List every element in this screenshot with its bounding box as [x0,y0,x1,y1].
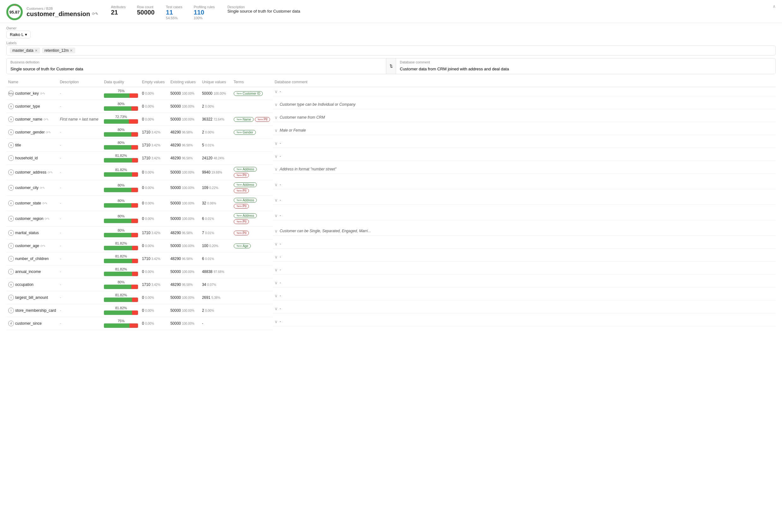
row-expand-button[interactable]: ∨ [275,128,278,133]
field-name-text[interactable]: customer_state [15,201,41,205]
swap-icon[interactable]: ⇅ [386,59,396,74]
unique-pct: 0.00% [205,309,214,312]
labels-container[interactable]: master_data ✕ retention_12m ✕ [6,45,776,55]
terms-cell: TermAddressTermPII [234,166,271,178]
field-name-text[interactable]: annual_income [15,269,41,274]
cell-description: - [58,165,102,180]
row-expand-button[interactable]: ∨ [275,319,278,324]
cell-description: - [58,180,102,196]
cell-db-comment: ∨- [273,196,776,205]
row-expand-button[interactable]: ∨ [275,197,278,202]
cell-description: - [58,265,102,278]
term-badge[interactable]: TermAge [234,243,251,248]
quality-bar [104,246,138,250]
quality-percent: 81.82% [104,168,138,172]
field-name-text[interactable]: number_of_children [15,257,49,261]
row-expand-button[interactable]: ∨ [275,306,278,311]
empty-count: 1710 [142,231,150,235]
cell-unique-values: 36322 72.64% [200,113,232,126]
type-icon: v [8,185,14,191]
term-badge[interactable]: TermAddress [234,182,256,187]
term-badge[interactable]: TermPII [234,204,249,208]
term-badge[interactable]: TermPII [255,117,270,122]
sync-icon[interactable]: ⟳✎ [92,12,98,16]
row-expand-button[interactable]: ∨ [275,154,278,159]
field-name-text[interactable]: customer_type [15,104,40,109]
db-comment-input[interactable] [396,65,775,74]
cell-description: - [58,278,102,291]
field-name-text[interactable]: customer_gender [15,130,44,135]
label-remove-retention[interactable]: ✕ [70,49,73,53]
row-expand-button[interactable]: ∨ [275,89,278,94]
table-row: v customer_type - 80% 0 0.00%50000 100.0… [6,100,776,113]
owner-dropdown[interactable]: Raiko L ▾ [6,31,31,38]
term-badge[interactable]: TermPII [234,173,249,178]
quality-green-bar [104,145,131,150]
term-badge[interactable]: TermGender [234,130,255,135]
cell-quality: 80% [102,278,140,291]
field-name-text[interactable]: customer_address [15,170,46,175]
field-name-text[interactable]: customer_since [15,321,42,326]
table-row: v customer_city ⟳✎ - 80% 0 0.00%50000 10… [6,180,776,196]
cell-quality: 80% [102,196,140,211]
quality-bar [104,158,138,162]
field-name-text[interactable]: household_id [15,156,38,160]
existing-count: 50000 [170,321,181,326]
row-expand-button[interactable]: ∨ [275,241,278,246]
quality-red-bar [129,119,138,124]
term-badge[interactable]: TermAddress [234,198,256,202]
field-name-text[interactable]: customer_city [15,186,39,190]
term-badge[interactable]: TermPII [234,231,249,235]
row-expand-button[interactable]: ∨ [275,102,278,107]
label-remove-master-data[interactable]: ✕ [35,49,38,53]
term-badge[interactable]: TermAddress [234,167,256,172]
profiling-link[interactable]: 110 [193,9,215,16]
db-comment-text: Male or Female [280,128,306,132]
row-expand-button[interactable]: ∨ [275,115,278,120]
row-expand-button[interactable]: ∨ [275,267,278,272]
unique-count: - [202,321,203,326]
sub-header: Owner Raiko L ▾ Labels master_data ✕ ret… [0,23,782,77]
row-expand-button[interactable]: ∨ [275,254,278,259]
field-name-text[interactable]: customer_region [15,217,43,221]
field-name-text[interactable]: customer_name [15,117,42,121]
quality-red-bar [132,272,138,276]
row-expand-button[interactable]: ∨ [275,166,278,172]
row-expand-button[interactable]: ∨ [275,228,278,233]
db-comment-text: - [280,306,281,311]
term-badge[interactable]: TermPII [234,188,249,193]
field-name-text[interactable]: customer_key [15,91,39,96]
field-name-text[interactable]: title [15,143,21,147]
quality-green-bar [104,219,131,223]
row-expand-button[interactable]: ∨ [275,293,278,298]
cell-db-comment: ∨- [273,139,776,148]
row-expand-button[interactable]: ∨ [275,280,278,285]
quality-green-bar [104,93,130,98]
table-row: i store_membership_card - 81.82% 0 0.00%… [6,304,776,317]
columns-table-section: Name Description Data quality Empty valu… [0,77,782,330]
field-name-text[interactable]: largest_bill_amount [15,295,48,300]
row-expand-button[interactable]: ∨ [275,141,278,146]
quality-red-bar [132,246,138,250]
collapse-header-button[interactable]: ∧ [773,4,776,9]
business-definition-input[interactable] [7,65,386,74]
quality-percent: 81.82% [104,154,138,157]
term-badge[interactable]: TermName [234,117,253,122]
term-badge[interactable]: TermPII [234,219,249,224]
term-badge[interactable]: TermCustomer ID [234,91,263,96]
unique-pct: 19.88% [211,171,222,174]
unique-pct: 0.07% [207,283,216,287]
type-icon: v [8,169,14,175]
test-cases-link[interactable]: 11 [166,9,182,16]
cell-name: v customer_city ⟳✎ [6,180,58,196]
field-name-text[interactable]: marital_status [15,231,39,235]
field-name-text[interactable]: store_membership_card [15,308,56,313]
cell-empty-values: 1710 3.42% [140,139,168,152]
row-expand-button[interactable]: ∨ [275,182,278,187]
term-badge[interactable]: TermAddress [234,213,256,218]
field-name-text[interactable]: occupation [15,282,33,287]
row-expand-button[interactable]: ∨ [275,213,278,218]
col-header-name: Name [6,77,58,87]
field-name-text[interactable]: customer_age [15,243,39,248]
type-icon: i [8,308,14,313]
